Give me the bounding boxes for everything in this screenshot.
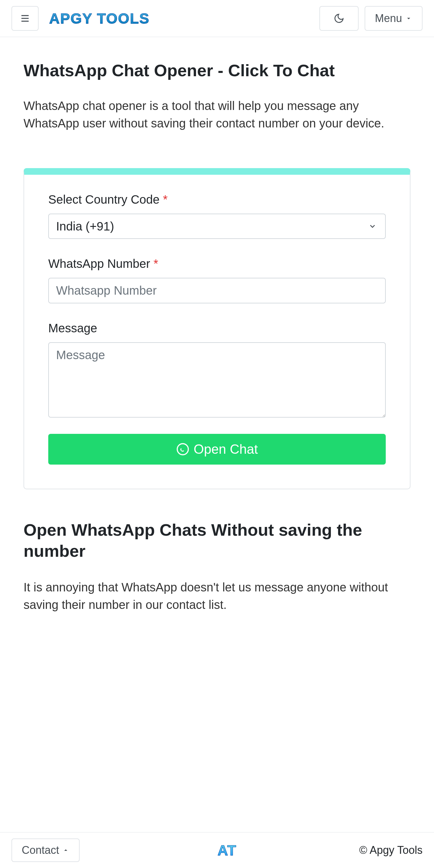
message-label: Message [48,321,386,335]
theme-toggle-button[interactable] [319,6,358,31]
chevron-down-icon [405,15,412,22]
hamburger-icon [19,13,31,23]
menu-label: Menu [375,12,402,25]
required-mark: * [153,257,158,270]
open-chat-label: Open Chat [194,442,258,457]
country-group: Select Country Code * India (+91) [48,193,386,239]
section-body: It is annoying that WhatsApp doesn't let… [24,579,410,613]
section-heading: Open WhatsApp Chats Without saving the n… [24,519,410,562]
form-card: Select Country Code * India (+91) WhatsA… [24,168,410,489]
country-select[interactable]: India (+91) [48,214,386,239]
copyright: © Apgy Tools [359,844,423,857]
open-chat-button[interactable]: Open Chat [48,434,386,465]
svg-point-3 [177,444,189,455]
message-group: Message [48,321,386,419]
hamburger-button[interactable] [11,6,38,31]
chevron-up-icon [62,847,69,854]
country-label: Select Country Code * [48,193,386,206]
moon-icon [334,13,344,24]
whatsapp-number-input[interactable] [48,278,386,303]
footer: Contact AT © Apgy Tools [0,832,434,868]
required-mark: * [163,193,168,206]
header: APGY TOOLS Menu [0,0,434,37]
page-title: WhatsApp Chat Opener - Click To Chat [24,61,410,80]
footer-logo[interactable]: AT [218,842,236,859]
whatsapp-icon [176,442,190,456]
page-intro: WhatsApp chat opener is a tool that will… [24,97,410,132]
site-logo[interactable]: APGY TOOLS [49,10,150,27]
menu-button[interactable]: Menu [365,6,423,31]
contact-button[interactable]: Contact [11,838,80,862]
number-label: WhatsApp Number * [48,257,386,271]
message-textarea[interactable] [48,342,386,417]
number-group: WhatsApp Number * [48,257,386,303]
main-content: WhatsApp Chat Opener - Click To Chat Wha… [0,37,434,613]
contact-label: Contact [22,844,59,857]
